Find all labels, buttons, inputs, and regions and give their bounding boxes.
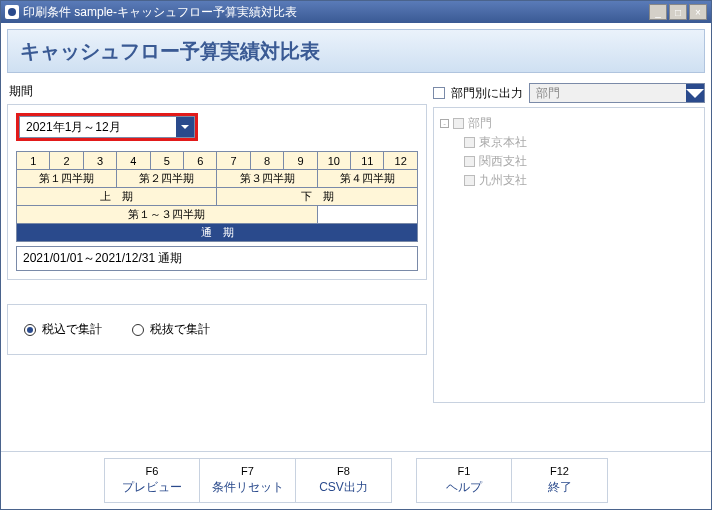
csv-button[interactable]: F8 CSV出力 — [296, 458, 392, 503]
fkey-label: F12 — [550, 465, 569, 477]
quarter-button-1[interactable]: 第１四半期 — [17, 170, 117, 188]
month-button-3[interactable]: 3 — [83, 152, 116, 170]
tree-item-label: 関西支社 — [479, 153, 527, 170]
fbtn-label: 終了 — [548, 479, 572, 496]
fkey-label: F1 — [458, 465, 471, 477]
fbtn-label: CSV出力 — [319, 479, 368, 496]
period-panel: 2021年1月～12月 1 2 3 4 5 6 7 8 9 — [7, 104, 427, 280]
page-banner: キャッシュフロー予算実績対比表 — [7, 29, 705, 73]
fbtn-label: 条件リセット — [212, 479, 284, 496]
quarter-button-4[interactable]: 第４四半期 — [317, 170, 417, 188]
tree-item[interactable]: 関西支社 — [440, 152, 698, 171]
radio-icon — [132, 324, 144, 336]
tree-item-label: 九州支社 — [479, 172, 527, 189]
app-icon — [5, 5, 19, 19]
half-button-2[interactable]: 下 期 — [217, 188, 418, 206]
period-combo[interactable]: 2021年1月～12月 — [19, 116, 195, 138]
dept-combo[interactable]: 部門 — [529, 83, 705, 103]
dept-output-label: 部門別に出力 — [451, 85, 523, 102]
radio-icon — [24, 324, 36, 336]
preview-button[interactable]: F6 プレビュー — [104, 458, 200, 503]
period-grid: 1 2 3 4 5 6 7 8 9 10 11 12 第１四半期 — [16, 151, 418, 242]
tree-item-label: 東京本社 — [479, 134, 527, 151]
tree-checkbox[interactable] — [453, 118, 464, 129]
radio-excl-tax[interactable]: 税抜で集計 — [132, 321, 210, 338]
month-button-1[interactable]: 1 — [17, 152, 50, 170]
tree-checkbox[interactable] — [464, 137, 475, 148]
month-button-7[interactable]: 7 — [217, 152, 250, 170]
tree-item[interactable]: 九州支社 — [440, 171, 698, 190]
svg-marker-1 — [181, 125, 189, 129]
chevron-down-icon — [686, 84, 704, 102]
month-button-5[interactable]: 5 — [150, 152, 183, 170]
tree-root[interactable]: - 部門 — [440, 114, 698, 133]
collapse-icon[interactable]: - — [440, 119, 449, 128]
maximize-button[interactable]: □ — [669, 4, 687, 20]
q4-empty — [317, 206, 417, 224]
footer-toolbar: F6 プレビュー F7 条件リセット F8 CSV出力 F1 ヘルプ F12 終… — [1, 451, 711, 509]
month-button-9[interactable]: 9 — [284, 152, 317, 170]
month-button-2[interactable]: 2 — [50, 152, 83, 170]
quarter-button-3[interactable]: 第３四半期 — [217, 170, 317, 188]
q123-button[interactable]: 第１～３四半期 — [17, 206, 318, 224]
period-combo-value: 2021年1月～12月 — [20, 119, 176, 136]
month-button-6[interactable]: 6 — [184, 152, 217, 170]
window-title: 印刷条件 sample-キャッシュフロー予算実績対比表 — [23, 4, 297, 21]
quarter-button-2[interactable]: 第２四半期 — [117, 170, 217, 188]
month-button-12[interactable]: 12 — [384, 152, 418, 170]
page-title: キャッシュフロー予算実績対比表 — [20, 38, 320, 65]
exit-button[interactable]: F12 終了 — [512, 458, 608, 503]
svg-point-0 — [8, 8, 16, 16]
fkey-label: F7 — [241, 465, 254, 477]
half-button-1[interactable]: 上 期 — [17, 188, 217, 206]
radio-excl-label: 税抜で集計 — [150, 321, 210, 338]
dept-output-checkbox[interactable] — [433, 87, 445, 99]
month-button-8[interactable]: 8 — [250, 152, 283, 170]
dept-combo-value: 部門 — [530, 85, 686, 102]
tree-checkbox[interactable] — [464, 156, 475, 167]
fbtn-label: ヘルプ — [446, 479, 482, 496]
radio-incl-tax[interactable]: 税込で集計 — [24, 321, 102, 338]
minimize-button[interactable]: _ — [649, 4, 667, 20]
chevron-down-icon — [176, 117, 194, 137]
fkey-label: F8 — [337, 465, 350, 477]
period-label: 期間 — [7, 79, 427, 104]
month-button-11[interactable]: 11 — [351, 152, 384, 170]
svg-marker-2 — [686, 89, 704, 98]
close-button[interactable]: × — [689, 4, 707, 20]
tree-checkbox[interactable] — [464, 175, 475, 186]
titlebar: 印刷条件 sample-キャッシュフロー予算実績対比表 _ □ × — [1, 1, 711, 23]
tree-item[interactable]: 東京本社 — [440, 133, 698, 152]
radio-incl-label: 税込で集計 — [42, 321, 102, 338]
help-button[interactable]: F1 ヘルプ — [416, 458, 512, 503]
aggregate-panel: 税込で集計 税抜で集計 — [7, 304, 427, 355]
fkey-label: F6 — [146, 465, 159, 477]
reset-button[interactable]: F7 条件リセット — [200, 458, 296, 503]
period-combo-highlight: 2021年1月～12月 — [16, 113, 198, 141]
app-window: 印刷条件 sample-キャッシュフロー予算実績対比表 _ □ × キャッシュフ… — [0, 0, 712, 510]
dept-tree: - 部門 東京本社 関西支社 九州支社 — [433, 107, 705, 403]
month-button-4[interactable]: 4 — [117, 152, 150, 170]
month-button-10[interactable]: 10 — [317, 152, 350, 170]
full-year-button[interactable]: 通 期 — [17, 224, 418, 242]
fbtn-label: プレビュー — [122, 479, 182, 496]
tree-root-label: 部門 — [468, 115, 492, 132]
period-readout: 2021/01/01～2021/12/31 通期 — [16, 246, 418, 271]
